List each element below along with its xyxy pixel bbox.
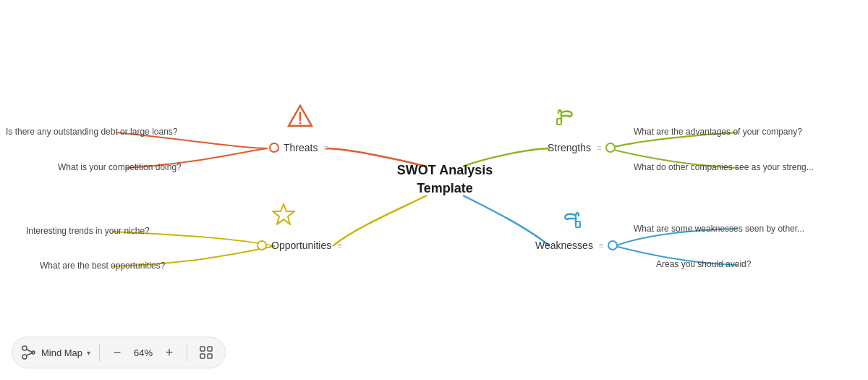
svg-rect-4 xyxy=(576,221,580,227)
svg-point-1 xyxy=(299,122,302,124)
strengths-icon-area xyxy=(551,100,582,136)
toolbar-divider-2 xyxy=(187,344,187,361)
mindmap-label: Mind Map xyxy=(41,347,82,358)
strengths-dot xyxy=(605,143,616,153)
strengths-node[interactable]: Strengths ≡ xyxy=(548,142,616,153)
center-title-line1: SWOT Analysis xyxy=(397,161,493,180)
center-node: SWOT Analysis Template xyxy=(397,161,493,198)
zoom-section: − 64% + xyxy=(109,344,178,361)
threats-dot xyxy=(269,143,279,153)
toolbar: Mind Map ▾ − 64% + xyxy=(12,337,226,368)
mindmap-dropdown-arrow[interactable]: ▾ xyxy=(87,349,90,357)
zoom-level: 64% xyxy=(132,347,155,358)
threats-menu-icon[interactable]: ≡ xyxy=(323,143,328,152)
strengths-leaf-1: What are the advantages of your company? xyxy=(634,127,802,137)
svg-rect-11 xyxy=(208,347,212,351)
center-title-line2: Template xyxy=(397,180,493,198)
opportunities-node[interactable]: Opportunities ≡ xyxy=(257,240,342,251)
weaknesses-icon-area xyxy=(558,201,586,235)
strengths-label: Strengths xyxy=(548,142,591,153)
weaknesses-leaf-2: Areas you should avoid? xyxy=(656,259,751,269)
fit-to-screen-button[interactable] xyxy=(196,342,216,363)
mindmap-icon xyxy=(21,345,37,360)
weaknesses-leaf-1: What are some weaknesses seen by other..… xyxy=(634,224,804,234)
svg-point-6 xyxy=(22,355,27,359)
svg-rect-13 xyxy=(208,354,212,358)
opportunities-leaf-2: What are the best opportunities? xyxy=(40,261,165,271)
threats-leaf-2: What is your competition doing? xyxy=(58,162,182,172)
svg-rect-2 xyxy=(557,119,561,124)
threats-node[interactable]: Threats ≡ xyxy=(269,142,328,153)
threats-label: Threats xyxy=(284,142,318,153)
canvas: SWOT Analysis Template Threats ≡ Is ther… xyxy=(0,0,868,347)
weaknesses-menu-icon[interactable]: ≡ xyxy=(599,241,603,250)
threats-leaf-1: Is there any outstanding debt or large l… xyxy=(6,127,178,137)
opportunities-label: Opportunities xyxy=(271,240,331,251)
zoom-out-button[interactable]: − xyxy=(109,344,126,361)
zoom-in-button[interactable]: + xyxy=(161,344,178,361)
opportunities-menu-icon[interactable]: ≡ xyxy=(337,241,341,250)
toolbar-divider-1 xyxy=(99,344,100,361)
opportunities-leaf-1: Interesting trends in your niche? xyxy=(26,226,150,236)
strengths-menu-icon[interactable]: ≡ xyxy=(597,143,601,152)
weaknesses-label: Weaknesses xyxy=(535,240,593,251)
mindmap-mode-button[interactable]: Mind Map ▾ xyxy=(21,345,90,360)
weaknesses-node[interactable]: Weaknesses ≡ xyxy=(535,240,618,251)
opportunities-icon-area xyxy=(270,201,297,235)
svg-rect-12 xyxy=(200,354,205,358)
weaknesses-dot xyxy=(608,240,618,250)
svg-point-5 xyxy=(22,346,27,350)
mindmap-section: Mind Map ▾ xyxy=(21,345,90,360)
fit-icon xyxy=(199,345,213,360)
threats-icon-area xyxy=(286,101,315,137)
strengths-leaf-2: What do other companies see as your stre… xyxy=(634,162,814,172)
opportunities-dot xyxy=(257,240,267,250)
svg-marker-3 xyxy=(273,204,294,224)
svg-rect-10 xyxy=(200,347,205,351)
